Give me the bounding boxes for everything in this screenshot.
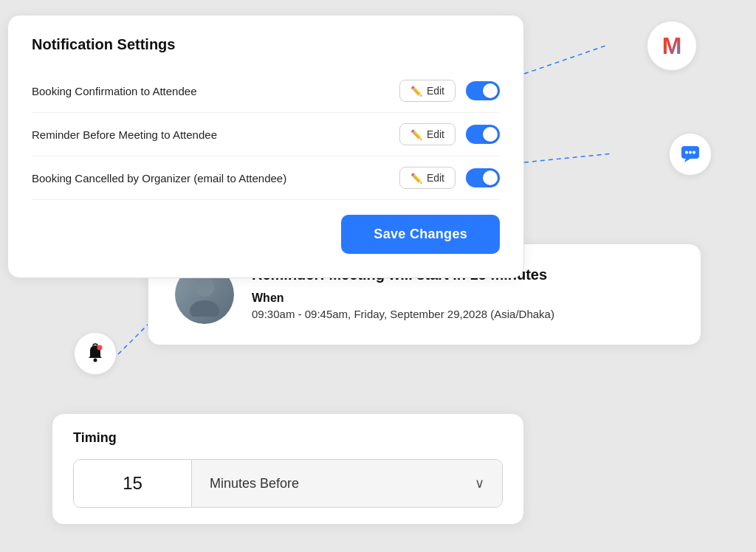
svg-point-9 — [97, 345, 103, 351]
edit-button-3[interactable]: ✏️ Edit — [399, 167, 456, 189]
chevron-down-icon: ∨ — [475, 475, 484, 491]
toggle-thumb-1 — [483, 83, 498, 98]
toggle-track-1 — [466, 81, 500, 100]
svg-point-10 — [195, 277, 214, 297]
timing-number: 15 — [74, 460, 192, 507]
svg-point-6 — [693, 151, 695, 154]
timing-title: Timing — [73, 430, 503, 446]
svg-marker-7 — [684, 159, 690, 162]
toggle-3[interactable] — [466, 168, 500, 187]
svg-line-1 — [524, 153, 613, 162]
svg-line-0 — [524, 46, 605, 74]
notification-row-3: Booking Cancelled by Organizer (email to… — [32, 156, 500, 200]
svg-point-8 — [94, 359, 97, 362]
timing-controls: 15 Minutes Before ∨ — [73, 459, 503, 508]
notification-label-2: Reminder Before Meeting to Attendee — [32, 128, 217, 141]
notification-card-title: Notification Settings — [32, 36, 500, 53]
row-actions-1: ✏️ Edit — [399, 80, 500, 102]
toggle-track-3 — [466, 168, 500, 187]
svg-point-11 — [190, 300, 219, 317]
toggle-1[interactable] — [466, 81, 500, 100]
person-silhouette — [182, 272, 227, 317]
chat-icon-circle — [669, 133, 712, 176]
row-actions-3: ✏️ Edit — [399, 167, 500, 189]
svg-point-4 — [685, 151, 688, 154]
bell-icon-circle — [74, 332, 117, 375]
toggle-thumb-2 — [483, 127, 498, 142]
notification-label-1: Booking Confirmation to Attendee — [32, 85, 196, 97]
gmail-icon-circle: M — [647, 21, 697, 71]
gmail-m-letter: M — [662, 32, 682, 60]
svg-point-5 — [689, 151, 692, 154]
toggle-2[interactable] — [466, 125, 500, 144]
chat-bubble-icon — [680, 144, 701, 165]
timing-card: Timing 15 Minutes Before ∨ — [52, 413, 524, 525]
pencil-icon-2: ✏️ — [410, 129, 422, 140]
notification-row-2: Reminder Before Meeting to Attendee ✏️ E… — [32, 113, 500, 156]
scene: Notification Settings Booking Confirmati… — [0, 0, 756, 552]
edit-button-2[interactable]: ✏️ Edit — [399, 123, 456, 145]
save-changes-button[interactable]: Save Changes — [341, 215, 500, 254]
bell-icon — [85, 343, 106, 364]
when-label: When — [252, 291, 554, 305]
edit-button-1[interactable]: ✏️ Edit — [399, 80, 456, 102]
notification-settings-card: Notification Settings Booking Confirmati… — [7, 15, 524, 278]
row-actions-2: ✏️ Edit — [399, 123, 500, 145]
save-btn-row: Save Changes — [32, 215, 500, 254]
timing-unit-selector[interactable]: Minutes Before ∨ — [192, 460, 502, 507]
notification-row-1: Booking Confirmation to Attendee ✏️ Edit — [32, 69, 500, 113]
pencil-icon-1: ✏️ — [410, 86, 422, 97]
notification-label-3: Booking Cancelled by Organizer (email to… — [32, 172, 286, 184]
timing-unit-label: Minutes Before — [210, 476, 299, 491]
toggle-track-2 — [466, 125, 500, 144]
pencil-icon-3: ✏️ — [410, 173, 422, 184]
toggle-thumb-3 — [483, 170, 498, 185]
when-value: 09:30am - 09:45am, Friday, September 29,… — [252, 308, 554, 320]
